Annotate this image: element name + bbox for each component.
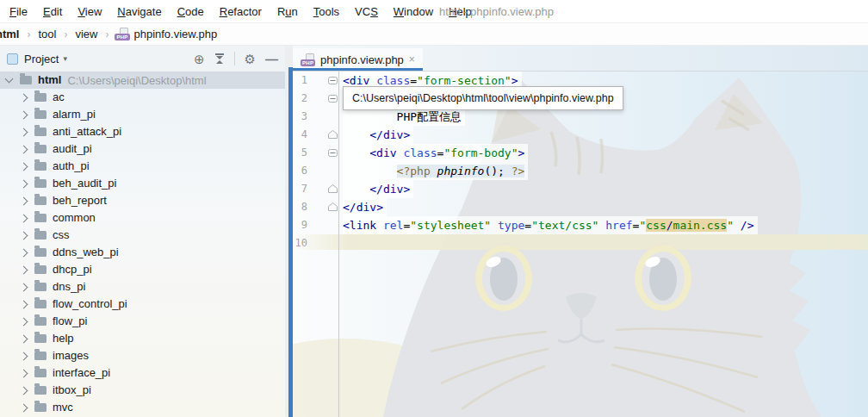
chevron-down-icon[interactable]: ▾ [63,54,67,63]
tree-item-flow_pi[interactable]: flow_pi [0,313,285,330]
chevron-right-icon[interactable] [20,128,28,136]
menu-file[interactable]: File [2,0,35,23]
tree-item-css[interactable]: css [0,227,285,244]
code-token: class [376,74,410,87]
tree-item-common[interactable]: common [0,209,285,227]
line-number: 7 [293,180,307,198]
tree-item-label: css [53,227,70,244]
menu-tools[interactable]: Tools [306,0,347,23]
breadcrumb-view[interactable]: view [71,28,101,40]
editor[interactable]: 1<div class="form-section">23PHP配置信息4</d… [293,72,868,417]
tree-item-images[interactable]: images [0,347,285,364]
chevron-right-icon[interactable] [20,352,28,360]
chevron-right-icon[interactable] [20,403,28,412]
hide-panel-icon[interactable]: — [265,53,278,65]
project-panel-title[interactable]: Project [24,53,59,65]
chevron-right-icon[interactable] [20,369,28,377]
tree-item-dhcp_pi[interactable]: dhcp_pi [0,261,285,278]
tree-item-itbox_pi[interactable]: itbox_pi [0,382,285,399]
chevron-right-icon[interactable] [20,162,28,171]
tree-item-ac[interactable]: ac [0,89,285,106]
tree-item-flow_control_pi[interactable]: flow_control_pi [0,296,285,313]
tree-item-label: mvc [53,399,73,416]
tree-item-ddns_web_pi[interactable]: ddns_web_pi [0,244,285,261]
chevron-right-icon[interactable] [20,196,28,205]
tree-item-alarm_pi[interactable]: alarm_pi [0,106,285,123]
code-line[interactable]: 7</div> [293,180,868,198]
tree-item-dns_pi[interactable]: dns_pi [0,278,285,296]
breadcrumb-file[interactable]: PHP phpinfo.view.php [113,28,217,40]
close-icon[interactable]: × [409,53,415,65]
fold-end-icon[interactable] [328,130,338,140]
breadcrumb-html[interactable]: html [0,28,22,40]
chevron-right-icon[interactable] [20,231,28,240]
breadcrumb-separator-icon: › [101,28,113,40]
tree-item-label: beh_report [53,192,107,209]
code-token: <div [369,146,403,159]
tree-item-label: audit_pi [53,140,92,158]
code-line[interactable]: 3PHP配置信息 [293,108,868,126]
code-line[interactable]: 8</div> [293,198,868,216]
chevron-right-icon[interactable] [20,317,28,326]
code-line[interactable]: 4</div> [293,126,868,144]
menu-bar: FileEditViewNavigateCodeRefactorRunTools… [0,0,868,23]
tree-item-beh_report[interactable]: beh_report [0,192,285,209]
tree-item-beh_audit_pi[interactable]: beh_audit_pi [0,175,285,192]
chevron-right-icon[interactable] [20,334,28,343]
chevron-right-icon[interactable] [20,283,28,291]
code-token: </div> [369,183,410,196]
tree-item-anti_attack_pi[interactable]: anti_attack_pi [0,123,285,140]
tree-item-auth_pi[interactable]: auth_pi [0,158,285,175]
chevron-down-icon[interactable] [5,75,14,84]
menu-window[interactable]: Window [386,0,441,23]
window-title: html - phpinfo.view.php [439,0,554,23]
chevron-right-icon[interactable] [20,214,28,222]
line-number: 1 [293,72,307,90]
locate-file-icon[interactable]: ⊕ [194,53,205,65]
chevron-right-icon[interactable] [20,386,28,395]
line-number: 9 [293,216,307,234]
tab-phpinfo-view-php[interactable]: PHP phpinfo.view.php × [293,48,423,71]
chevron-right-icon[interactable] [20,248,28,257]
chevron-right-icon[interactable] [20,300,28,308]
tree-root-name: html [38,72,61,89]
fold-collapse-icon[interactable] [328,94,338,103]
fold-end-icon[interactable] [328,184,338,194]
menu-navigate[interactable]: Navigate [109,0,169,23]
code-line[interactable]: 10 [293,234,868,252]
code-line[interactable]: 5<div class="form-body"> [293,144,868,162]
gear-icon[interactable]: ⚙ [245,53,256,65]
tree-item-label: dhcp_pi [53,261,92,278]
chevron-right-icon[interactable] [20,179,28,188]
menu-run[interactable]: Run [270,0,306,23]
tree-item-label: beh_audit_pi [53,175,116,192]
chevron-right-icon[interactable] [20,145,28,153]
fold-collapse-icon[interactable] [328,76,338,85]
collapse-all-icon[interactable] [214,53,225,64]
folder-icon [34,300,46,308]
line-number: 2 [293,90,307,108]
tree-item-label: anti_attack_pi [53,123,121,140]
breadcrumb-file-label: phpinfo.view.php [133,28,217,40]
line-number: 5 [293,144,307,162]
tree-item-label: dns_pi [53,278,85,296]
menu-edit[interactable]: Edit [35,0,70,23]
menu-vcs[interactable]: VCS [347,0,386,23]
chevron-right-icon[interactable] [20,265,28,274]
code-line[interactable]: 6<?php phpinfo(); ?> [293,162,868,180]
menu-refactor[interactable]: Refactor [212,0,270,23]
chevron-right-icon[interactable] [20,93,28,102]
chevron-right-icon[interactable] [20,110,28,119]
fold-end-icon[interactable] [328,202,338,212]
code-line[interactable]: 9<link rel="stylesheet" type="text/css" … [293,216,868,234]
breadcrumb-tool[interactable]: tool [34,28,59,40]
menu-view[interactable]: View [70,0,109,23]
tree-item-interface_pi[interactable]: interface_pi [0,364,285,382]
tree-item-help[interactable]: help [0,330,285,347]
tree-root-html[interactable]: htmlC:\Users\peiqi\Desktop\html [0,72,285,89]
fold-collapse-icon[interactable] [328,148,338,158]
menu-code[interactable]: Code [170,0,212,23]
folder-icon [34,248,46,257]
tree-item-audit_pi[interactable]: audit_pi [0,140,285,158]
tree-item-mvc[interactable]: mvc [0,399,285,416]
